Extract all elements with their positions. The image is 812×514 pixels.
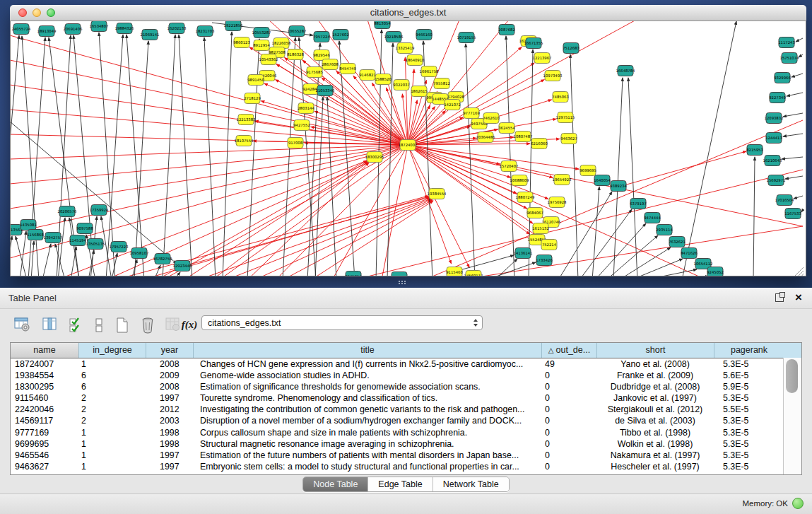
graph-node[interactable]: 20364486	[476, 132, 496, 143]
graph-node[interactable]: 9322037	[393, 80, 410, 90]
clear-selection-icon[interactable]	[89, 315, 110, 335]
graph-node[interactable]: 9146821	[359, 70, 376, 81]
graph-node[interactable]: 13942757	[44, 233, 63, 243]
show-columns-icon[interactable]	[40, 315, 61, 335]
graph-node[interactable]: 18107554	[235, 136, 254, 146]
graph-node[interactable]: 8813054	[374, 21, 391, 29]
graph-node[interactable]: 18807249	[516, 192, 535, 203]
graph-node[interactable]: 18724007	[399, 140, 418, 151]
table-row[interactable]: 1456911722003Disruption of a novel membe…	[11, 415, 801, 426]
graph-edge[interactable]	[782, 157, 803, 159]
column-header-year[interactable]: year	[146, 343, 193, 358]
graph-node[interactable]: 9245052	[707, 267, 724, 276]
split-pane-grip[interactable]	[398, 280, 408, 286]
graph-node[interactable]: 8471626	[681, 248, 698, 259]
table-row[interactable]: 969969511998Structural magnetic resonanc…	[11, 438, 801, 450]
graph-edge[interactable]	[353, 170, 803, 276]
graph-node[interactable]: 1733426	[536, 255, 553, 266]
graph-node[interactable]: 14569117	[464, 271, 483, 276]
graph-node[interactable]: 16210643	[763, 156, 782, 166]
graph-node[interactable]: 1588520	[375, 74, 392, 85]
graph-node[interactable]: 20206576	[58, 206, 78, 217]
graph-edge[interactable]	[682, 21, 736, 276]
graph-edge[interactable]	[787, 93, 803, 96]
tab-network-table[interactable]: Network Table	[433, 477, 509, 491]
graph-node[interactable]: 15751074	[780, 53, 800, 64]
graph-edge[interactable]	[799, 54, 803, 57]
graph-edge[interactable]	[408, 145, 579, 169]
graph-node[interactable]: 1117243	[778, 37, 795, 48]
memory-status-indicator[interactable]	[792, 498, 804, 509]
graph-node[interactable]: 2803144	[298, 103, 314, 114]
graph-node[interactable]: 12213383	[237, 115, 256, 125]
graph-node[interactable]: 2935114	[656, 225, 673, 235]
graph-edge[interactable]	[226, 199, 431, 276]
graph-edge[interactable]	[174, 272, 180, 276]
graph-edge[interactable]	[796, 38, 803, 42]
graph-node[interactable]: 17016504	[775, 195, 795, 206]
vertical-scrollbar[interactable]	[783, 358, 801, 474]
graph-node[interactable]: 7462610	[483, 113, 500, 124]
graph-node[interactable]: 6379197	[630, 199, 647, 209]
graph-node[interactable]: 9115460	[446, 267, 463, 276]
graph-node[interactable]: 9329966	[774, 73, 791, 83]
graph-node[interactable]: 9777169	[463, 108, 480, 119]
graph-node[interactable]: 1145194	[69, 235, 86, 246]
table-row[interactable]: 1938455462009Genome-wide association stu…	[11, 370, 801, 381]
graph-node[interactable]: 18913049	[37, 26, 57, 37]
graph-node[interactable]: 10807487	[514, 132, 533, 142]
graph-node[interactable]: 13325419	[396, 43, 415, 54]
graph-node[interactable]: 12923446	[173, 261, 193, 271]
graph-node[interactable]: 21053346	[316, 86, 336, 96]
function-builder-icon[interactable]: f(x)	[178, 315, 201, 335]
column-header-pr[interactable]: pagerank	[714, 343, 784, 358]
graph-node[interactable]: 9474444	[644, 213, 661, 223]
table-row[interactable]: 977716911998Corpus callosum shape and si…	[11, 427, 801, 438]
table-row[interactable]: 911546021997Tourette syndrome. Phenomeno…	[11, 392, 801, 404]
network-window-titlebar[interactable]: citations_edges.txt	[10, 5, 806, 21]
graph-edge[interactable]	[792, 74, 803, 77]
graph-node[interactable]: 12975115	[556, 112, 575, 123]
graph-edge[interactable]	[264, 83, 408, 145]
graph-node[interactable]: 8912954	[253, 40, 270, 51]
graph-node[interactable]: 19654923	[553, 175, 572, 185]
table-row[interactable]: 2242004622012Investigating the contribut…	[11, 404, 801, 415]
graph-node[interactable]: 9699695	[579, 165, 596, 176]
graph-node[interactable]: 18300295	[365, 152, 384, 163]
column-header-title[interactable]: title	[193, 343, 541, 358]
graph-node[interactable]: 9175685	[306, 67, 323, 78]
graph-node[interactable]: 9227349	[769, 93, 786, 103]
graph-node[interactable]: 19221856	[224, 21, 244, 31]
graph-node[interactable]: 16961758	[420, 66, 440, 77]
graph-node[interactable]: 10543362	[259, 54, 278, 65]
network-canvas[interactable]: 1872400798601238912954182260589827508105…	[10, 21, 806, 276]
graph-edge[interactable]	[154, 265, 160, 276]
graph-node[interactable]: 10973493	[543, 71, 563, 81]
graph-node[interactable]: 7957224	[313, 32, 330, 42]
graph-edge[interactable]	[212, 162, 368, 276]
graph-node[interactable]: 19884326	[115, 23, 135, 34]
graph-edge[interactable]	[269, 50, 408, 145]
graph-node[interactable]: 1640054	[594, 175, 611, 186]
graph-edge[interactable]	[11, 236, 12, 276]
graph-edge[interactable]	[783, 113, 803, 117]
graph-node[interactable]: 9466160	[416, 30, 433, 40]
graph-node[interactable]: 7512683	[563, 43, 579, 54]
graph-node[interactable]: 9860123	[233, 37, 250, 48]
graph-edge[interactable]	[179, 35, 192, 276]
tab-node-table[interactable]: Node Table	[303, 477, 367, 491]
graph-node[interactable]: 8215953	[746, 145, 763, 156]
graph-node[interactable]: 9245654	[345, 271, 362, 276]
graph-node[interactable]: 1615132	[532, 223, 549, 234]
graph-node[interactable]: 10958107	[130, 248, 149, 259]
delete-column-icon[interactable]	[137, 315, 158, 335]
table-row[interactable]: 1872400712008Changes of HCN gene express…	[11, 358, 801, 370]
graph-edge[interactable]	[785, 176, 803, 179]
graph-node[interactable]: 24055724	[12, 24, 32, 35]
graph-node[interactable]: 17359924	[90, 205, 110, 216]
column-header-short[interactable]: short	[596, 343, 714, 358]
table-row[interactable]: 946362711997Embryonic stem cells: a mode…	[11, 461, 801, 472]
graph-node[interactable]: 9684067	[526, 208, 543, 218]
graph-edge[interactable]	[628, 78, 637, 276]
graph-edge[interactable]	[73, 35, 92, 247]
